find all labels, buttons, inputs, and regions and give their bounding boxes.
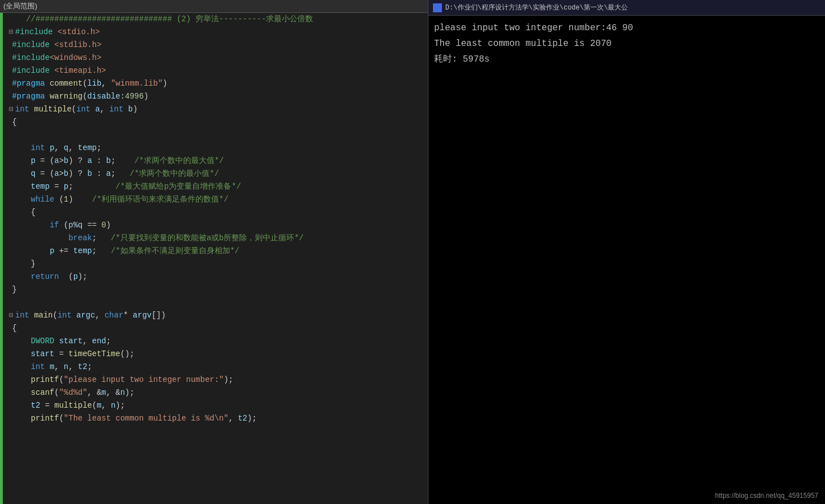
code-editor: (全局范围) //############################# (…: [0, 0, 428, 504]
terminal-panel: D:\作业们\程序设计方法学\实验作业\code\第一次\最大公 please …: [428, 0, 825, 504]
terminal-line-1: please input two integer number:46 90: [434, 20, 819, 36]
terminal-title-bar: D:\作业们\程序设计方法学\实验作业\code\第一次\最大公: [428, 0, 825, 16]
terminal-title: D:\作业们\程序设计方法学\实验作业\code\第一次\最大公: [445, 3, 628, 12]
terminal-footer: https://blog.csdn.net/qq_45915957: [715, 492, 818, 500]
code-block: //############################# (2) 穷举法-…: [3, 13, 428, 425]
terminal-line-3: 耗时: 5978s: [434, 52, 819, 67]
terminal-icon: [433, 3, 442, 12]
scope-bar: (全局范围): [0, 0, 428, 13]
terminal-line-2: The least common multiple is 2070: [434, 36, 819, 52]
code-content-area[interactable]: //############################# (2) 穷举法-…: [3, 13, 428, 504]
terminal-body[interactable]: please input two integer number:46 90 Th…: [428, 16, 825, 504]
